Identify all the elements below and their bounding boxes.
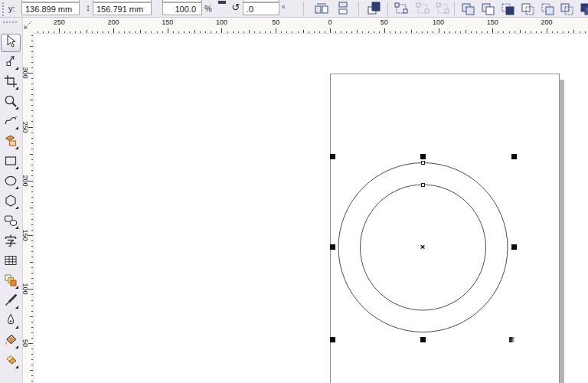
toolbar-separator [358,2,359,16]
ruler-tick [31,159,33,160]
combine-icon[interactable] [365,1,382,17]
property-bar-grip[interactable] [2,2,5,16]
ruler-tick [31,283,33,284]
ruler-tick [309,31,309,33]
shape-tool-button[interactable] [1,54,21,72]
group-icon[interactable] [393,1,410,17]
toolbar-separator [454,2,455,16]
flyout-arrow-icon[interactable] [15,326,18,329]
ellipse-node[interactable] [421,183,425,187]
ruler-tick [216,31,217,33]
ruler-tick [31,165,33,165]
pick-tool-button[interactable] [1,34,21,52]
rectangle-tool-button[interactable] [1,153,21,172]
smart-fill-tool-button[interactable] [1,133,21,152]
ruler-tick [194,30,195,33]
ruler-tick [31,202,33,203]
ruler-tick [286,31,287,33]
simplify-icon[interactable] [519,1,536,17]
ruler-tick [525,31,526,33]
y-coordinate-input[interactable]: 136.899 mm [21,2,80,15]
ruler-tick [31,67,33,68]
ruler-tick [31,41,33,41]
ruler-tick [30,316,33,317]
polygon-tool-button[interactable] [1,193,21,211]
ruler-tick [30,370,33,371]
eyedropper-tool-button[interactable] [1,293,21,311]
flyout-arrow-icon[interactable] [15,206,18,209]
flyout-arrow-icon[interactable] [15,106,18,110]
vertical-ruler[interactable]: 50100150200250300 [23,34,34,383]
mirror-vertical-icon[interactable] [335,1,351,17]
flyout-arrow-icon[interactable] [15,166,18,169]
selection-handle[interactable] [330,337,335,342]
flyout-arrow-icon[interactable] [15,365,18,368]
flyout-arrow-icon[interactable] [15,126,18,129]
flyout-arrow-icon[interactable] [15,87,18,90]
ruler-tick [541,31,542,33]
ruler-tick [31,133,33,133]
flyout-arrow-icon[interactable] [15,146,18,149]
horizontal-ruler[interactable]: 25020015010050050100150200 [34,18,588,34]
selection-handle[interactable] [511,244,517,250]
front-minus-back-icon[interactable] [539,1,556,17]
create-boundary-icon[interactable] [578,1,588,17]
mirror-horizontal-icon[interactable] [313,1,330,17]
scale-factor-input[interactable]: 100.0 [162,2,202,15]
selection-handle[interactable] [420,154,426,159]
blend-tool-button[interactable] [1,273,21,291]
text-tool-button[interactable] [1,233,21,251]
back-minus-front-icon[interactable] [558,1,575,17]
object-height-input-value: 156.791 mm [96,5,143,14]
drawing-canvas[interactable]: × [34,34,588,383]
concentric-circles-shape[interactable] [34,34,588,383]
ruler-tick [135,31,136,33]
ruler-tick [580,31,580,33]
outline-pen-tool-button[interactable] [1,313,21,331]
selection-handle[interactable] [509,337,514,342]
ruler-tick [30,208,33,208]
fill-tool-button[interactable] [1,332,21,351]
ellipse-tool-button[interactable] [1,173,21,192]
selection-handle[interactable] [330,244,335,250]
trim-icon[interactable] [479,1,496,17]
selection-handle[interactable] [420,337,426,342]
freehand-tool-button[interactable] [1,113,21,132]
ruler-tick [173,31,174,33]
ruler-tick [449,31,450,33]
ruler-tick [31,349,33,349]
ruler-tick [108,31,109,33]
ruler-tick [330,28,331,33]
rotation-angle-input[interactable]: .0 [243,2,279,15]
weld-icon[interactable] [459,1,476,17]
toolbox-grip[interactable] [3,21,18,24]
ruler-tick [31,327,33,328]
ellipse-node[interactable] [421,161,425,165]
table-tool-button[interactable] [1,253,21,271]
ruler-tick [346,31,347,33]
rotation-icon[interactable]: ↺ [227,1,244,17]
flyout-arrow-icon[interactable] [15,186,18,189]
flyout-arrow-icon[interactable] [15,286,18,289]
intersect-icon[interactable] [499,1,516,17]
ruler-label: 100 [433,18,444,26]
zoom-tool-button[interactable] [1,93,21,112]
ruler-tick [471,31,472,33]
flyout-arrow-icon[interactable] [15,226,18,229]
object-height-input[interactable]: 156.791 mm [93,2,152,15]
selection-center-mark[interactable]: × [420,242,425,251]
flyout-arrow-icon[interactable] [15,67,18,70]
ruler-tick [487,31,488,33]
ruler-origin-corner[interactable] [23,18,34,34]
origin-arrow [24,25,27,28]
crop-tool-button[interactable] [1,74,21,92]
interactive-fill-tool-button[interactable] [1,352,21,371]
selection-handle[interactable] [330,154,335,159]
flyout-arrow-icon[interactable] [15,306,18,309]
basic-shapes-tool-button[interactable] [1,213,21,231]
ruler-tick [140,30,141,33]
table-tool-icon [3,253,18,271]
flyout-arrow-icon[interactable] [15,345,18,349]
ruler-tick [492,28,493,33]
selection-handle[interactable] [511,154,517,159]
